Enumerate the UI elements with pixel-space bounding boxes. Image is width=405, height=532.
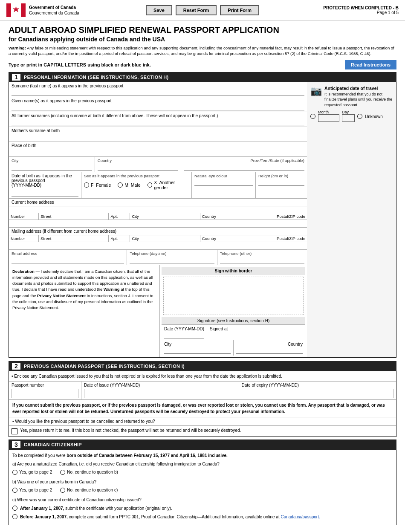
tel-other-label: Telephone (other): [220, 251, 304, 256]
mailing-sublabels-row: Number Street Apt. City Country Postal/Z…: [9, 235, 307, 242]
print-form-button[interactable]: Print Form: [220, 5, 259, 15]
country2-sublabel: Country: [200, 213, 270, 220]
sex-female-label: F Female: [91, 182, 111, 188]
eye-colour-cell: Natural eye colour: [192, 172, 256, 198]
given-names-input[interactable]: [12, 104, 304, 110]
citizenship-content: To be completed if you were born outside…: [9, 450, 396, 525]
qb-yes-radio[interactable]: [12, 488, 17, 493]
date-of-expiry-cell: Date of expiry (YYYY-MM-DD): [239, 382, 396, 399]
signed-country-input[interactable]: [236, 347, 303, 354]
section3-intro: To be completed if you were born outside…: [12, 452, 393, 459]
sex-male-label: M Male: [124, 182, 140, 188]
return-checkbox-label: Yes, please return it to me. If this box…: [20, 428, 241, 433]
qc-after-row: After January 1, 2007, submit the certif…: [12, 505, 393, 512]
dob-label: Date of birth as it appears in the previ…: [12, 173, 77, 183]
warning-label: Warning:: [9, 46, 26, 50]
qb-no-option[interactable]: No, continue to question c): [60, 487, 118, 494]
section1-body: Surname (last name) as it appears in the…: [9, 82, 396, 358]
qc-before-text: Before January 1, 2007, complete and sub…: [20, 514, 320, 520]
qb-no-radio[interactable]: [60, 488, 65, 493]
anticipated-travel-header: 📷 Anticipated date of travel It is recom…: [310, 86, 393, 108]
qa-yes-radio[interactable]: [12, 470, 17, 475]
sex-male-option[interactable]: M Male: [118, 182, 140, 188]
canada-passport-link[interactable]: Canada.ca/passport.: [281, 515, 320, 519]
email-input[interactable]: [12, 257, 124, 263]
anticipated-travel-date-row: Month Day Unknown: [310, 110, 393, 123]
tel-day-input[interactable]: [130, 257, 214, 263]
mailing-address-input-row[interactable]: [9, 242, 307, 250]
tel-other-input[interactable]: [220, 257, 304, 263]
anticipated-travel-subtitle: It is recommended that you do not finali…: [324, 92, 393, 108]
section2-bullet1: • Enclose any Canadian passport issued t…: [9, 371, 396, 381]
height-cell: Height (cm or in): [256, 172, 307, 198]
save-button[interactable]: Save: [146, 5, 172, 15]
return-checkbox-row: Yes, please return it to me. If this box…: [9, 426, 396, 437]
signature-box[interactable]: [163, 277, 304, 315]
surname-field: Surname (last name) as it appears in the…: [9, 82, 307, 97]
government-logo: Government of Canada Gouvernement du Can…: [6, 3, 137, 17]
qa-no-option[interactable]: No, continue to question b): [60, 469, 118, 476]
surname-label: Surname (last name) as it appears in the…: [12, 84, 304, 88]
sex-female-radio[interactable]: [84, 182, 89, 188]
gov-english: Government of Canada: [29, 5, 79, 10]
qc-after-radio[interactable]: [12, 506, 17, 511]
eye-colour-label: Natural eye colour: [194, 173, 253, 178]
sex-options: F Female M Male X Another gender: [84, 180, 189, 190]
declaration-cell: Declaration — I solemnly declare that I …: [9, 265, 160, 357]
day-block: Day: [342, 110, 355, 123]
mothers-surname-label: Mother's surname at birth: [12, 128, 304, 133]
mothers-surname-input[interactable]: [12, 133, 304, 140]
current-home-address-label: Current home address: [9, 199, 307, 206]
former-surnames-field: All former surnames (including surname a…: [9, 112, 307, 127]
country-input[interactable]: [98, 164, 178, 171]
section2-number: 2: [12, 363, 20, 370]
height-input[interactable]: [258, 179, 304, 186]
place-of-birth-input[interactable]: [12, 148, 304, 155]
day-input[interactable]: [342, 114, 355, 122]
sex-another-radio[interactable]: [148, 182, 153, 188]
anticipated-travel-radio[interactable]: [310, 114, 315, 119]
section2-title: PREVIOUS CANADIAN PASSPORT (SEE INSTRUCT…: [24, 364, 185, 369]
passport-number-input[interactable]: [12, 389, 78, 398]
qa-no-radio[interactable]: [60, 470, 65, 475]
prov-input[interactable]: [184, 164, 304, 171]
section3-header: 3 CANADIAN CITIZENSHIP: [9, 439, 396, 450]
month-input[interactable]: [318, 114, 339, 122]
city-cell: City: [9, 157, 95, 172]
dob-input[interactable]: [12, 190, 78, 197]
qb-yes-option[interactable]: Yes, go to page 2: [12, 487, 52, 494]
section2-info-text: If you cannot submit the previous passpo…: [9, 400, 396, 417]
unknown-radio[interactable]: [357, 114, 362, 119]
tel-day-cell: Telephone (daytime): [127, 250, 217, 265]
sex-male-radio[interactable]: [118, 182, 123, 188]
signed-city-label: City: [164, 342, 231, 347]
section1-title: PERSONAL INFORMATION (SEE INSTRUCTIONS, …: [24, 75, 169, 80]
question-b-options: Yes, go to page 2 No, continue to questi…: [12, 487, 393, 495]
return-checkbox[interactable]: [12, 428, 17, 434]
city-input[interactable]: [12, 164, 92, 171]
dob-sex-row: Date of birth as it appears in the previ…: [9, 172, 307, 199]
signed-city-input[interactable]: [164, 347, 231, 354]
question-a: a) Are you a naturalized Canadian, i.e. …: [12, 461, 393, 477]
qa-yes-option[interactable]: Yes, go to page 2: [12, 469, 52, 476]
email-label: Email address: [12, 251, 124, 256]
date-of-issue-input[interactable]: [84, 389, 236, 398]
current-address-input-row[interactable]: [9, 220, 307, 228]
country-cell: Country: [95, 157, 181, 172]
former-surnames-input[interactable]: [12, 119, 304, 125]
sex-female-option[interactable]: F Female: [84, 182, 111, 188]
sex-another-option[interactable]: X Another gender: [148, 180, 189, 190]
date-of-expiry-input[interactable]: [242, 389, 394, 398]
date-input[interactable]: [164, 332, 204, 338]
qc-before-row: Before January 1, 2007, complete and sub…: [12, 514, 393, 520]
reset-form-button[interactable]: Reset Form: [176, 5, 217, 15]
surname-input[interactable]: [12, 89, 304, 95]
qc-before-radio[interactable]: [12, 514, 17, 519]
eye-colour-input[interactable]: [194, 179, 253, 186]
dob-cell: Date of birth as it appears in the previ…: [9, 172, 81, 198]
section2-body: • Enclose any Canadian passport issued t…: [9, 371, 396, 437]
question-c: c) When was your current certificate of …: [12, 497, 393, 520]
header-buttons-group: Save Reset Form Print Form: [137, 5, 268, 15]
read-instructions-button[interactable]: Read Instructions: [345, 60, 396, 69]
place-of-birth-label: Place of birth: [12, 143, 304, 148]
